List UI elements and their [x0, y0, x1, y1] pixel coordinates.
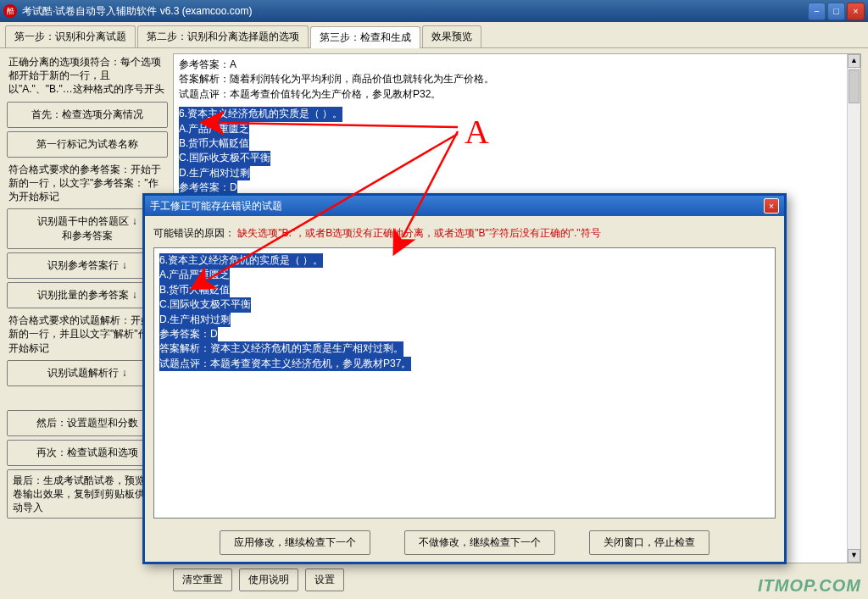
close-button[interactable]: ×: [847, 3, 865, 20]
dlg-review: 试题点评：本题考查资本主义经济危机，参见教材P37。: [159, 357, 411, 371]
line-analysis: 答案解析：随着利润转化为平均利润，商品价值也就转化为生产价格。: [179, 72, 855, 86]
maximize-button[interactable]: □: [827, 3, 845, 20]
desc-options: 正确分离的选项须符合：每个选项都开始于新的一行，且以"A."、"B."…这种格式…: [7, 53, 168, 98]
dlg-opt-d: D.生产相对过剩: [159, 313, 231, 327]
tab-preview[interactable]: 效果预览: [422, 25, 481, 47]
btn-settings[interactable]: 设置: [305, 568, 344, 591]
scroll-thumb[interactable]: [849, 69, 860, 103]
dlg-question: 6.资本主义经济危机的实质是（ ）。: [159, 253, 323, 268]
btn-first-line-title[interactable]: 第一行标记为试卷名称: [7, 131, 168, 158]
dialog-title: 手工修正可能存在错误的试题: [150, 199, 764, 214]
main-tabs: 第一步：识别和分离试题 第二步：识别和分离选择题的选项 第三步：检查和生成 效果…: [0, 22, 868, 48]
scroll-up-icon[interactable]: ▲: [848, 54, 860, 68]
line-answer: 参考答案：A: [179, 58, 855, 72]
btn-skip-next[interactable]: 不做修改，继续检查下一个: [404, 530, 555, 555]
tab-step2[interactable]: 第二步：识别和分离选择题的选项: [137, 25, 309, 47]
dialog-close-button[interactable]: ×: [764, 198, 779, 214]
btn-apply-next[interactable]: 应用修改，继续检查下一个: [220, 530, 370, 555]
error-text: 缺失选项"B."，或者B选项没有正确地分离，或者选项"B"字符后没有正确的"."…: [237, 227, 600, 239]
error-label: 可能错误的原因：: [153, 227, 235, 239]
btn-help[interactable]: 使用说明: [239, 568, 298, 591]
scrollbar[interactable]: ▲ ▼: [847, 54, 860, 563]
hl-question: 6.资本主义经济危机的实质是（ ）。: [179, 107, 342, 121]
dlg-analysis: 答案解析：资本主义经济危机的实质是生产相对过剩。: [159, 341, 403, 356]
tab-step1[interactable]: 第一步：识别和分离试题: [5, 25, 136, 47]
dialog-buttons: 应用修改，继续检查下一个 不做修改，继续检查下一个 关闭窗口，停止检查: [145, 524, 784, 562]
dialog-titlebar: 手工修正可能存在错误的试题 ×: [145, 196, 784, 216]
window-title: 考试酷·试卷自动导入辅助软件 v6.3 (examcoo.com): [22, 4, 808, 19]
scroll-down-icon[interactable]: ▼: [848, 549, 860, 563]
error-reason-line: 可能错误的原因： 缺失选项"B."，或者B选项没有正确地分离，或者选项"B"字符…: [145, 216, 784, 247]
hl-opt-a: A.产品严重匮乏: [179, 122, 249, 136]
hl-opt-d: D.生产相对过剩: [179, 166, 250, 180]
tab-step3[interactable]: 第三步：检查和生成: [310, 26, 420, 48]
btn-clear[interactable]: 清空重置: [173, 568, 232, 591]
btn-check-split[interactable]: 首先：检查选项分离情况: [7, 102, 168, 128]
dlg-opt-c: C.国际收支极不平衡: [159, 297, 251, 312]
dlg-opt-a: A.产品严重匮乏: [159, 268, 230, 282]
btn-stop-close[interactable]: 关闭窗口，停止检查: [589, 530, 709, 555]
dlg-ans: 参考答案：D: [159, 327, 218, 341]
line-review: 试题点评：本题考查价值转化为生产价格，参见教材P32。: [179, 87, 855, 102]
window-titlebar: 酷 考试酷·试卷自动导入辅助软件 v6.3 (examcoo.com) − □ …: [0, 0, 868, 22]
dlg-opt-b: B.货币大幅贬值: [159, 283, 230, 297]
fix-error-dialog: 手工修正可能存在错误的试题 × 可能错误的原因： 缺失选项"B."，或者B选项没…: [142, 193, 787, 564]
hl-opt-b: B.货币大幅贬值: [179, 136, 249, 151]
dialog-edit-area[interactable]: 6.资本主义经济危机的实质是（ ）。 A.产品严重匮乏 B.货币大幅贬值 C.国…: [153, 247, 776, 519]
minimize-button[interactable]: −: [808, 3, 826, 20]
watermark: ITMOP.COM: [758, 576, 861, 596]
hl-opt-c: C.国际收支极不平衡: [179, 151, 270, 165]
app-icon: 酷: [3, 4, 17, 18]
